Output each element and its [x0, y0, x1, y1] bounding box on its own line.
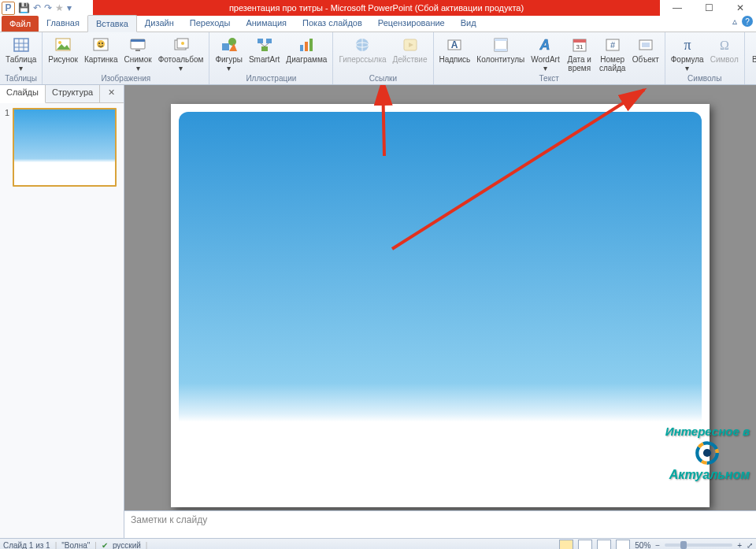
zoom-out-button[interactable]: − [655, 541, 660, 550]
slides-tab[interactable]: Слайды [0, 85, 46, 103]
group-label: Таблицы [3, 74, 39, 83]
zoom-slider[interactable] [665, 543, 732, 547]
link-icon [353, 35, 372, 54]
svg-rect-38 [573, 39, 586, 43]
qat-save-icon[interactable]: 💾 [18, 2, 30, 13]
headerfooter-button[interactable]: Колонтитулы [474, 34, 527, 65]
hyperlink-button: Гиперссылка [336, 34, 388, 65]
svg-rect-0 [14, 39, 28, 51]
album-icon [172, 35, 191, 54]
normal-view-button[interactable] [559, 540, 573, 549]
wordart-button[interactable]: AWordArt ▾ [528, 34, 562, 74]
video-label: Видео ▾ [752, 55, 756, 72]
close-pane-icon[interactable]: ✕ [102, 85, 121, 102]
reading-view-button[interactable] [597, 540, 611, 549]
svg-rect-12 [131, 39, 145, 42]
table-button[interactable]: Таблица ▾ [3, 34, 39, 74]
symbol-icon: Ω [715, 35, 734, 54]
table-icon [12, 35, 31, 54]
svg-rect-13 [135, 50, 140, 51]
collapse-ribbon-icon[interactable]: ▵ [732, 16, 737, 27]
help-icon[interactable]: ? [742, 16, 753, 27]
minimize-button[interactable]: — [662, 0, 693, 16]
slidenum-label: Номер слайда [599, 55, 625, 72]
clipart-icon [91, 35, 110, 54]
action-button: Действие [391, 34, 430, 65]
file-tab[interactable]: Файл [2, 16, 39, 32]
svg-text:31: 31 [576, 43, 583, 50]
work-area: Слайды Структура ✕ 1 [0, 85, 756, 538]
picture-label: Рисунок [48, 55, 78, 64]
wordart-label: WordArt ▾ [531, 55, 560, 72]
zoom-in-button[interactable]: + [737, 541, 742, 550]
tab-показ слайдов[interactable]: Показ слайдов [295, 15, 370, 31]
object-button[interactable]: Объект [630, 34, 662, 65]
equation-button[interactable]: πФормула ▾ [669, 34, 706, 74]
qat-redo-icon[interactable]: ↷ [44, 2, 52, 13]
video-button[interactable]: Видео ▾ [748, 34, 756, 74]
table-label: Таблица ▾ [6, 55, 36, 72]
svg-rect-25 [305, 42, 308, 51]
smartart-button[interactable]: SmartArt [246, 34, 282, 65]
shapes-button[interactable]: Фигуры ▾ [213, 34, 244, 74]
close-button[interactable]: ✕ [724, 0, 756, 16]
svg-rect-43 [642, 43, 650, 47]
svg-rect-35 [495, 49, 507, 51]
slide-canvas-area[interactable]: Интересное в Актуальном [124, 85, 756, 510]
action-icon [401, 35, 420, 54]
picture-icon [54, 35, 72, 54]
qat-dropdown-icon[interactable]: ▾ [67, 2, 72, 13]
screenshot-icon [128, 35, 147, 54]
tab-рецензирование[interactable]: Рецензирование [370, 15, 453, 31]
qat-undo-icon[interactable]: ↶ [33, 2, 41, 13]
tab-переходы[interactable]: Переходы [182, 15, 239, 31]
datetime-icon: 31 [570, 35, 589, 54]
svg-rect-20 [266, 39, 272, 43]
album-button[interactable]: Фотоальбом ▾ [156, 34, 206, 74]
group-иллюстрации: Фигуры ▾SmartArtДиаграммаИллюстрации [209, 32, 333, 84]
svg-rect-19 [258, 39, 263, 43]
slide[interactable] [171, 104, 710, 507]
chart-button[interactable]: Диаграмма [284, 34, 329, 65]
slide-thumbnail-preview[interactable] [13, 108, 117, 187]
spellcheck-icon[interactable]: ✔ [102, 541, 108, 550]
shapes-label: Фигуры ▾ [215, 55, 242, 72]
tab-главная[interactable]: Главная [39, 15, 87, 31]
status-bar: Слайд 1 из 1 | "Волна" | ✔ русский | 50%… [0, 538, 756, 549]
slidenum-button[interactable]: #Номер слайда [597, 34, 628, 74]
screenshot-button[interactable]: Снимок ▾ [122, 34, 154, 74]
picture-button[interactable]: Рисунок [46, 34, 80, 65]
shapes-icon [220, 35, 239, 54]
quick-access-toolbar: P 💾 ↶ ↷ ★ ▾ [0, 2, 72, 15]
slideshow-view-button[interactable] [616, 540, 630, 549]
textbox-button[interactable]: AНадпись [437, 34, 473, 65]
slidenum-icon: # [603, 35, 622, 54]
notes-pane[interactable]: Заметки к слайду [124, 510, 756, 538]
tab-дизайн[interactable]: Дизайн [137, 15, 182, 31]
group-изображения: РисунокКартинкаСнимок ▾Фотоальбом ▾Изобр… [43, 32, 209, 84]
smartart-label: SmartArt [249, 55, 280, 64]
sorter-view-button[interactable] [578, 540, 592, 549]
chart-label: Диаграмма [286, 55, 327, 64]
qat-star-icon[interactable]: ★ [55, 2, 64, 13]
tab-вид[interactable]: Вид [453, 15, 484, 31]
tab-вставка[interactable]: Вставка [87, 15, 137, 32]
zoom-level[interactable]: 50% [635, 541, 650, 550]
maximize-button[interactable]: ☐ [693, 0, 724, 16]
window-title: презентация про титры - Microsoft PowerP… [93, 0, 660, 16]
status-slide-pos: Слайд 1 из 1 [3, 541, 50, 550]
svg-rect-34 [495, 39, 507, 41]
watermark: Интересное в Актуальном [665, 425, 750, 482]
fit-to-window-button[interactable]: ⤢ [747, 541, 753, 550]
tab-анимация[interactable]: Анимация [238, 15, 295, 31]
group-label: Мультимедиа [748, 74, 756, 83]
slide-thumbnail[interactable]: 1 [5, 108, 119, 187]
headerfooter-label: Колонтитулы [476, 55, 524, 64]
group-мультимедиа: Видео ▾Звук ▾Мультимедиа [745, 32, 756, 84]
outline-tab[interactable]: Структура [46, 85, 100, 102]
status-language[interactable]: русский [113, 541, 141, 550]
clipart-button[interactable]: Картинка [82, 34, 120, 65]
group-ссылки: ГиперссылкаДействиеСсылки [333, 32, 433, 84]
datetime-button[interactable]: 31Дата и время [564, 34, 595, 74]
svg-text:A: A [451, 39, 458, 50]
